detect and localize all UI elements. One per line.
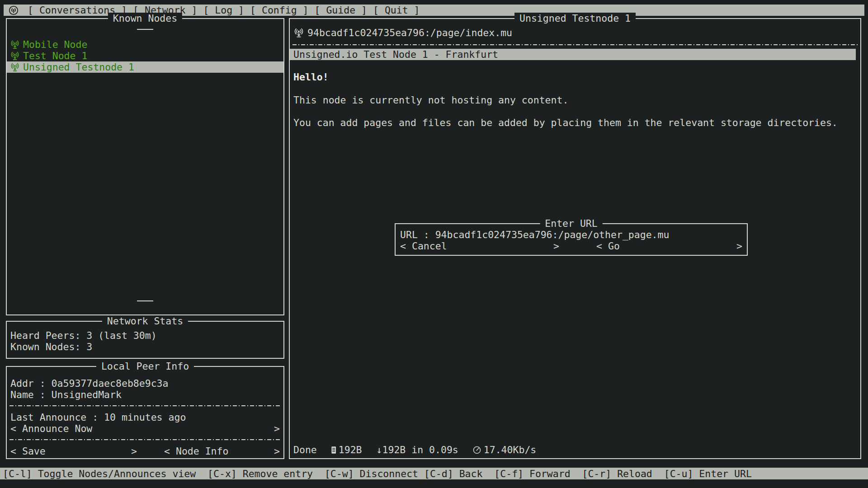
menu-item-quit[interactable]: [ Quit ] bbox=[373, 5, 420, 16]
node-broadcast-icon bbox=[10, 51, 20, 61]
enter-url-dialog: Enter URL URL : 94bcadf1c024735ea796:/pa… bbox=[395, 223, 748, 256]
network-stats-title: Network Stats bbox=[102, 315, 188, 327]
url-input-value: 94bcadf1c024735ea796:/page/other_page.mu bbox=[435, 229, 670, 240]
status-state: Done bbox=[293, 444, 317, 455]
current-url: 94bcadf1c024735ea796:/page/index.mu bbox=[307, 27, 512, 38]
announce-now-button[interactable]: <Announce Now> bbox=[10, 423, 280, 434]
button-right-bracket: > bbox=[553, 240, 559, 252]
page-greeting: Hello! bbox=[293, 71, 329, 83]
page-paragraph: This node is currently not hosting any c… bbox=[293, 94, 568, 106]
scroll-indicator-bottom bbox=[137, 300, 153, 301]
node-list-item[interactable]: Test Node 1 bbox=[7, 50, 283, 61]
known-nodes-title: Known Nodes bbox=[108, 13, 182, 24]
divider bbox=[9, 405, 281, 406]
button-left-bracket: < bbox=[400, 240, 406, 252]
status-speed: 17.40Kb/s bbox=[472, 444, 537, 455]
shortcut-bar: [C-l] Toggle Nodes/Announces view [C-x] … bbox=[0, 468, 868, 479]
url-input-label: URL : bbox=[400, 229, 435, 240]
node-label: Mobile Node bbox=[23, 39, 87, 50]
known-nodes-panel: Known Nodes Mobile Node Test Node 1 Unsi… bbox=[6, 18, 284, 315]
button-left-bracket: < bbox=[596, 240, 602, 252]
nomad-network-logo-icon bbox=[8, 5, 19, 16]
enter-url-dialog-title: Enter URL bbox=[540, 218, 603, 229]
status-size: 192B bbox=[329, 444, 362, 455]
node-broadcast-icon bbox=[10, 62, 20, 72]
button-left-bracket: < bbox=[10, 446, 16, 457]
node-info-button[interactable]: <Node Info> bbox=[164, 446, 280, 457]
local-peer-info-panel: Local Peer Info Addr : 0a59377daec8eb8e9… bbox=[6, 366, 284, 459]
heard-peers-stat: Heard Peers: 3 (last 30m) bbox=[10, 330, 157, 341]
scroll-indicator-top bbox=[137, 29, 153, 30]
button-right-bracket: > bbox=[131, 446, 137, 457]
menu-item-config[interactable]: [ Config ] bbox=[250, 5, 308, 16]
speed-gauge-icon bbox=[472, 445, 482, 455]
menu-item-log[interactable]: [ Log ] bbox=[203, 5, 244, 16]
shortcut-hints: [C-l] Toggle Nodes/Announces view [C-x] … bbox=[3, 468, 752, 479]
menu-item-guide[interactable]: [ Guide ] bbox=[315, 5, 368, 16]
network-stats-panel: Network Stats Heard Peers: 3 (last 30m) … bbox=[6, 321, 284, 359]
page-paragraph: You can add pages and files can be added… bbox=[293, 117, 838, 128]
button-left-bracket: < bbox=[10, 423, 16, 434]
go-button[interactable]: <Go> bbox=[596, 240, 742, 252]
known-nodes-stat: Known Nodes: 3 bbox=[10, 341, 92, 352]
url-broadcast-icon bbox=[293, 28, 304, 38]
node-list-item[interactable]: Mobile Node bbox=[7, 39, 283, 50]
current-url-row: 94bcadf1c024735ea796:/page/index.mu bbox=[293, 27, 512, 38]
browser-title: Unsigned Testnode 1 bbox=[514, 13, 636, 24]
button-right-bracket: > bbox=[274, 423, 280, 434]
button-left-bracket: < bbox=[164, 446, 170, 457]
node-broadcast-icon bbox=[10, 40, 20, 50]
page-size-icon bbox=[329, 445, 339, 455]
node-label: Unsigned Testnode 1 bbox=[23, 61, 134, 73]
node-label: Test Node 1 bbox=[23, 50, 87, 61]
button-right-bracket: > bbox=[274, 446, 280, 457]
nomad-network-app: [ Conversations ] [ Network ] [ Log ] [ … bbox=[0, 0, 868, 488]
local-peer-info-title: Local Peer Info bbox=[96, 361, 194, 372]
button-right-bracket: > bbox=[736, 240, 742, 252]
status-transfer: ↓192B in 0.09s bbox=[377, 444, 458, 455]
peer-addr: Addr : 0a59377daec8eb8e9c3a bbox=[10, 378, 169, 389]
divider bbox=[292, 44, 858, 45]
browser-status-line: Done 192B ↓192B in 0.09s 17.40Kb/s bbox=[293, 444, 536, 455]
divider bbox=[9, 439, 281, 440]
node-list-item-selected[interactable]: Unsigned Testnode 1 bbox=[7, 61, 283, 73]
cancel-button[interactable]: <Cancel> bbox=[400, 240, 559, 252]
last-announce: Last Announce : 10 minutes ago bbox=[10, 412, 186, 423]
page-heading: Unsigned.io Test Node 1 - Frankfurt bbox=[293, 49, 498, 60]
url-input[interactable]: URL : 94bcadf1c024735ea796:/page/other_p… bbox=[400, 229, 669, 240]
save-button[interactable]: <Save> bbox=[10, 446, 137, 457]
peer-name: Name : UnsignedMark bbox=[10, 389, 122, 400]
page-heading-bar: Unsigned.io Test Node 1 - Frankfurt bbox=[290, 49, 856, 60]
